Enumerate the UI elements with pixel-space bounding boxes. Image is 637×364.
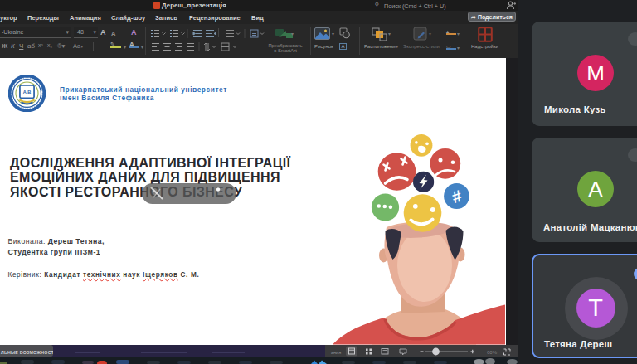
svg-text:...: ...	[183, 187, 188, 193]
svg-text:А.В: А.В	[22, 90, 31, 95]
svg-text:60%: 60%	[487, 350, 498, 355]
